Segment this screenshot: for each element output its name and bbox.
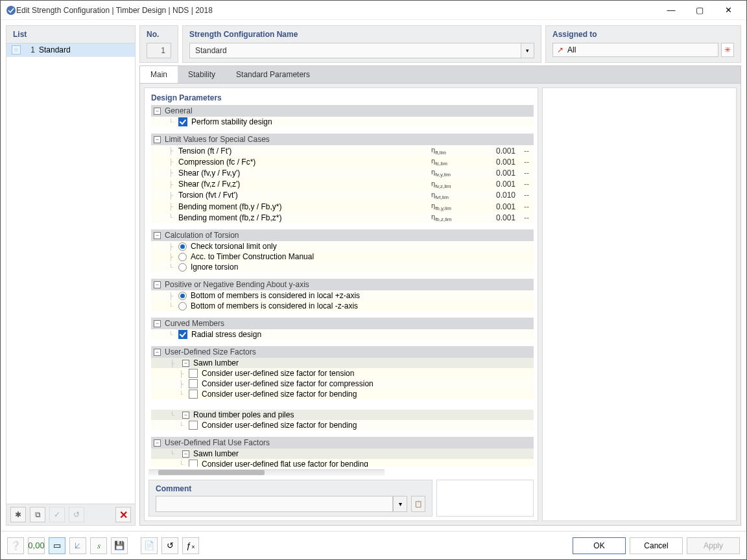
group-general[interactable]: − General [151, 105, 534, 117]
tab-stability[interactable]: Stability [178, 66, 226, 83]
size-compression-checkbox[interactable] [189, 379, 198, 388]
apply-button: Apply [687, 537, 740, 554]
group-size-factors[interactable]: − User-Defined Size Factors [151, 346, 534, 358]
toolbar-button-a: ✓ [49, 507, 65, 522]
list-body[interactable]: 1 Standard [6, 43, 135, 504]
collapse-icon[interactable]: − [154, 136, 161, 143]
comment-library-button[interactable]: 📋 [411, 496, 425, 512]
torsion-ignore-radio[interactable] [178, 263, 187, 272]
group-torsion[interactable]: − Calculation of Torsion [151, 229, 534, 241]
tab-main[interactable]: Main [140, 66, 178, 83]
cancel-button[interactable]: Cancel [630, 537, 683, 554]
help-button[interactable]: ❔ [7, 537, 24, 554]
sub-label: Sawn lumber [193, 358, 239, 368]
units-button[interactable]: 0,00 [28, 537, 45, 554]
collapse-icon[interactable]: − [182, 450, 189, 458]
config-name-dropdown[interactable]: ▾ [521, 43, 534, 58]
size-bending-checkbox[interactable] [189, 390, 198, 399]
list-item-number: 1 [26, 45, 35, 54]
collapse-icon[interactable]: − [182, 360, 189, 367]
list-item-standard[interactable]: 1 Standard [6, 43, 135, 57]
copy-item-button[interactable]: ⧉ [30, 507, 45, 522]
horizontal-scrollbar[interactable] [148, 469, 385, 476]
group-label: Curved Members [165, 319, 224, 328]
member-icon: ↗ [557, 45, 563, 54]
collapse-icon[interactable]: − [154, 108, 161, 115]
comment-dropdown[interactable]: ▾ [393, 496, 407, 512]
assigned-label: Assigned to [552, 30, 734, 39]
design-parameters-title: Design Parameters [145, 88, 538, 105]
limit-row-shear-y[interactable]: ├ Shear (fv,y / Fv,y') ηfv,y,lim 0.001 -… [151, 167, 534, 178]
size-tension-checkbox[interactable] [189, 369, 198, 378]
list-item-label: Standard [39, 45, 71, 54]
bending-minus-z-radio[interactable] [178, 302, 187, 310]
radial-stress-checkbox[interactable] [178, 330, 187, 339]
ok-button[interactable]: OK [573, 537, 626, 554]
assigned-field[interactable]: ↗ All [552, 43, 718, 57]
perform-stability-checkbox[interactable] [178, 117, 187, 126]
collapse-icon[interactable]: − [154, 439, 161, 447]
preview-panel [542, 88, 737, 521]
limit-row-shear-z[interactable]: ├ Shear (fv,z / Fv,z') ηfv,z,lim 0.001 -… [151, 179, 534, 190]
list-header: List [6, 26, 135, 43]
minimize-button[interactable]: — [658, 1, 684, 19]
group-bending[interactable]: − Positive or Negative Bending About y-a… [151, 279, 534, 290]
collapse-icon[interactable]: − [154, 232, 161, 239]
limit-row-compression[interactable]: ├ Compression (fc / Fc*) ηfc,lim 0.001 -… [151, 156, 534, 167]
group-label: User-Defined Size Factors [165, 347, 256, 356]
list-toolbar: ✱ ⧉ ✓ ↺ ✕ [6, 504, 135, 525]
group-label: General [165, 106, 193, 115]
comment-label: Comment [156, 484, 425, 493]
sub-label: Round timber poles and piles [193, 410, 294, 419]
assigned-value: All [567, 45, 576, 54]
script-button[interactable]: 𝑠 [90, 537, 107, 554]
group-label: Positive or Negative Bending About y-axi… [165, 280, 309, 289]
bending-plus-z-radio[interactable] [178, 292, 187, 300]
limit-row-torsion[interactable]: ├ Torsion (fvt / Fvt') ηfvt,lim 0.010 -- [151, 190, 534, 201]
number-box: No. 1 [139, 25, 178, 63]
assigned-box: Assigned to ↗ All ✳ [545, 25, 741, 63]
reset-button[interactable]: ↺ [161, 537, 178, 554]
svg-point-0 [6, 6, 16, 15]
config-icon [12, 45, 21, 54]
round-bending-checkbox[interactable] [189, 421, 198, 430]
maximize-button[interactable]: ▢ [687, 1, 713, 19]
parameters-scroll[interactable]: − General └ Perform stability design [145, 105, 538, 467]
toolbar-button-b: ↺ [69, 507, 84, 522]
fx-button[interactable]: ƒₓ [182, 537, 199, 554]
group-limit-values[interactable]: − Limit Values for Special Cases [151, 134, 534, 145]
axes-button[interactable]: ⟀ [69, 537, 86, 554]
group-label: Limit Values for Special Cases [165, 135, 270, 144]
perform-stability-label: Perform stability design [191, 117, 272, 126]
group-label: Calculation of Torsion [165, 231, 239, 240]
number-label: No. [147, 30, 171, 39]
tab-standard-parameters[interactable]: Standard Parameters [226, 66, 320, 83]
config-name-input[interactable]: Standard [189, 43, 521, 58]
limit-row-bending-y[interactable]: ├ Bending moment (fb,y / Fb,y*) ηfb,y,li… [151, 201, 534, 212]
new-item-button[interactable]: ✱ [10, 507, 26, 522]
comment-input[interactable] [156, 496, 393, 512]
app-icon [6, 5, 16, 16]
comment-side-panel [436, 480, 534, 517]
name-label: Strength Configuration Name [189, 30, 534, 39]
delete-item-button[interactable]: ✕ [115, 507, 131, 522]
limit-row-tension[interactable]: ├ Tension (ft / Ft') ηft,lim 0.001 -- [151, 145, 534, 156]
collapse-icon[interactable]: − [182, 412, 189, 419]
group-flat-use[interactable]: − User-Defined Flat Use Factors [151, 437, 534, 449]
assigned-select-button[interactable]: ✳ [721, 43, 734, 57]
save-button[interactable]: 💾 [111, 537, 128, 554]
collapse-icon[interactable]: − [154, 281, 161, 288]
title-bar: Edit Strength Configuration | Timber Des… [1, 1, 746, 20]
flat-bending-checkbox[interactable] [189, 460, 198, 467]
clipboard-button[interactable]: 📄 [141, 537, 158, 554]
collapse-icon[interactable]: − [154, 320, 161, 327]
tab-row: Main Stability Standard Parameters [139, 65, 741, 83]
close-button[interactable]: ✕ [715, 1, 741, 19]
collapse-icon[interactable]: − [154, 349, 161, 356]
torsion-manual-radio[interactable] [178, 253, 187, 261]
name-box: Strength Configuration Name Standard ▾ [182, 25, 541, 63]
view-button[interactable]: ▭ [49, 537, 65, 554]
group-curved[interactable]: − Curved Members [151, 318, 534, 329]
limit-row-bending-z[interactable]: └ Bending moment (fb,z / Fb,z*) ηfb,z,li… [151, 212, 534, 223]
torsion-limit-radio[interactable] [178, 242, 187, 251]
